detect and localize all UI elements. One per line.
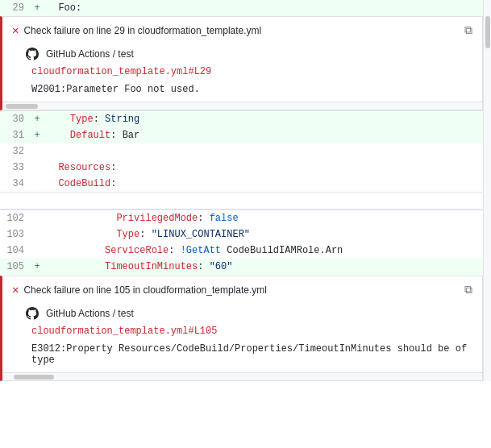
v-scrollbar[interactable] (483, 0, 491, 381)
error-x-icon-1: ✕ (12, 23, 19, 37)
line-num-103: 103 (0, 229, 31, 240)
gh-logo-2 (25, 306, 40, 321)
code-line-31: 31 + Default: Bar (0, 127, 483, 143)
section-gap (0, 192, 483, 209)
error-x-icon-2: ✕ (12, 283, 19, 297)
line-num-29: 29 (0, 2, 31, 14)
line-num-31: 31 (0, 130, 31, 141)
source-label-1: GitHub Actions / test (46, 48, 134, 60)
diff-marker-31: + (31, 130, 44, 141)
code-section-1: 30 + Type: String 31 + Default: Bar 32 3… (0, 110, 483, 192)
line-num-105: 105 (0, 261, 31, 272)
code-line-103: 103 Type: "LINUX_CONTAINER" (0, 226, 483, 243)
code-line-32: 32 (0, 143, 483, 160)
error-header-1: ✕ Check failure on line 29 in cloudforma… (2, 17, 482, 44)
code-content-103: Type: "LINUX_CONTAINER" (44, 229, 483, 240)
code-content-104: ServiceRole: !GetAtt CodeBuildIAMRole.Ar… (44, 245, 483, 256)
gh-logo-1 (25, 47, 40, 61)
diff-marker-105: + (31, 261, 44, 272)
code-content-30: Type: String (44, 114, 483, 125)
code-line-34: 34 CodeBuild: (0, 176, 483, 192)
error-title-1: Check failure on line 29 in cloudformati… (23, 25, 261, 36)
code-content-33: Resources: (44, 162, 483, 173)
error-source-row-2: GitHub Actions / test (2, 303, 482, 324)
code-line-30: 30 + Type: String (0, 111, 483, 127)
error-source-row-1: GitHub Actions / test (2, 44, 482, 64)
code-line-104: 104 ServiceRole: !GetAtt CodeBuildIAMRol… (0, 243, 483, 259)
error-message-2: E3012:Property Resources/CodeBuild/Prope… (2, 340, 482, 372)
error-link-1[interactable]: cloudformation_template.yml#L29 (2, 64, 482, 81)
line-num-30: 30 (0, 114, 31, 125)
error-header-2: ✕ Check failure on line 105 in cloudform… (2, 276, 482, 303)
code-line-102: 102 PrivilegedMode: false (0, 210, 483, 226)
code-content-34: CodeBuild: (44, 178, 483, 189)
code-line-105: 105 + TimeoutInMinutes: "60" (0, 259, 483, 275)
h-scrollbar-2[interactable] (2, 372, 482, 380)
error-title-2: Check failure on line 105 in cloudformat… (23, 284, 267, 296)
v-scroll-thumb[interactable] (485, 16, 490, 48)
code-content-105: TimeoutInMinutes: "60" (44, 261, 483, 272)
line-num-102: 102 (0, 213, 31, 224)
line-num-34: 34 (0, 178, 31, 189)
code-section-2: 102 PrivilegedMode: false 103 Type: "LIN… (0, 209, 483, 275)
diff-marker-30: + (31, 114, 44, 125)
top-code-line: 29 + Foo: (0, 0, 483, 16)
error-block-1: ✕ Check failure on line 29 in cloudforma… (0, 16, 483, 110)
copy-icon-2[interactable]: ⧉ (464, 284, 472, 297)
error-message-1: W2001:Parameter Foo not used. (2, 81, 482, 102)
main-container: 29 + Foo: ✕ Check failure on line 29 in … (0, 0, 491, 381)
error-link-2[interactable]: cloudformation_template.yml#L105 (2, 324, 482, 340)
line-num-33: 33 (0, 162, 31, 173)
code-content-102: PrivilegedMode: false (44, 213, 483, 224)
error-block-2: ✕ Check failure on line 105 in cloudform… (0, 276, 483, 381)
code-content-top: Foo: (44, 2, 483, 14)
code-line-33: 33 Resources: (0, 160, 483, 176)
line-num-104: 104 (0, 245, 31, 256)
source-label-2: GitHub Actions / test (46, 308, 134, 319)
copy-icon-1[interactable]: ⧉ (464, 24, 472, 37)
line-num-32: 32 (0, 146, 31, 157)
code-content-31: Default: Bar (44, 130, 483, 141)
h-scrollbar-1[interactable] (2, 102, 482, 110)
diff-marker-top: + (31, 2, 44, 14)
